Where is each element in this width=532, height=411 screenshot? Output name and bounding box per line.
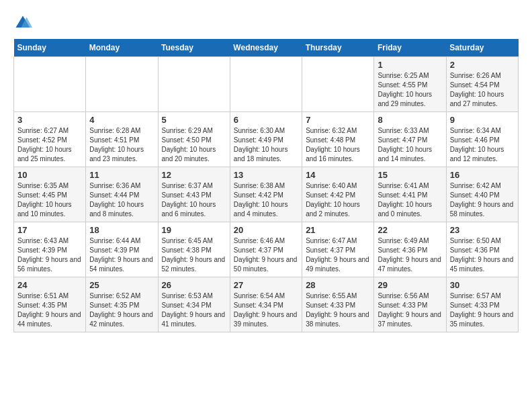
calendar-day-cell: 11Sunrise: 6:36 AM Sunset: 4:44 PM Dayli… bbox=[86, 167, 158, 222]
day-number: 8 bbox=[378, 115, 442, 125]
calendar-day-cell bbox=[158, 57, 230, 112]
calendar-day-cell bbox=[230, 57, 302, 112]
logo-icon bbox=[13, 13, 32, 32]
calendar-day-cell: 8Sunrise: 6:33 AM Sunset: 4:47 PM Daylig… bbox=[374, 112, 446, 167]
calendar-day-cell: 27Sunrise: 6:54 AM Sunset: 4:34 PM Dayli… bbox=[230, 277, 302, 332]
day-info: Sunrise: 6:43 AM Sunset: 4:39 PM Dayligh… bbox=[17, 236, 82, 274]
day-number: 4 bbox=[89, 115, 154, 125]
day-info: Sunrise: 6:50 AM Sunset: 4:36 PM Dayligh… bbox=[450, 236, 515, 274]
day-info: Sunrise: 6:46 AM Sunset: 4:37 PM Dayligh… bbox=[234, 236, 298, 274]
day-info: Sunrise: 6:56 AM Sunset: 4:33 PM Dayligh… bbox=[378, 291, 442, 329]
day-info: Sunrise: 6:35 AM Sunset: 4:45 PM Dayligh… bbox=[17, 181, 82, 219]
day-number: 11 bbox=[89, 170, 154, 180]
calendar-day-cell: 12Sunrise: 6:37 AM Sunset: 4:43 PM Dayli… bbox=[158, 167, 230, 222]
day-info: Sunrise: 6:54 AM Sunset: 4:34 PM Dayligh… bbox=[234, 291, 298, 329]
calendar-week-row: 24Sunrise: 6:51 AM Sunset: 4:35 PM Dayli… bbox=[14, 277, 519, 332]
day-number: 5 bbox=[162, 115, 226, 125]
logo bbox=[13, 13, 34, 32]
day-info: Sunrise: 6:45 AM Sunset: 4:38 PM Dayligh… bbox=[162, 236, 226, 274]
calendar-day-cell: 26Sunrise: 6:53 AM Sunset: 4:34 PM Dayli… bbox=[158, 277, 230, 332]
day-info: Sunrise: 6:36 AM Sunset: 4:44 PM Dayligh… bbox=[89, 181, 154, 219]
day-info: Sunrise: 6:30 AM Sunset: 4:49 PM Dayligh… bbox=[234, 126, 298, 164]
weekday-header: Saturday bbox=[446, 39, 518, 57]
day-number: 18 bbox=[89, 225, 154, 235]
calendar-day-cell: 25Sunrise: 6:52 AM Sunset: 4:35 PM Dayli… bbox=[86, 277, 158, 332]
calendar-day-cell: 15Sunrise: 6:41 AM Sunset: 4:41 PM Dayli… bbox=[374, 167, 446, 222]
day-number: 6 bbox=[234, 115, 298, 125]
calendar-day-cell bbox=[86, 57, 158, 112]
calendar-day-cell: 17Sunrise: 6:43 AM Sunset: 4:39 PM Dayli… bbox=[14, 222, 86, 277]
weekday-header: Tuesday bbox=[158, 39, 230, 57]
day-info: Sunrise: 6:33 AM Sunset: 4:47 PM Dayligh… bbox=[378, 126, 442, 164]
day-info: Sunrise: 6:42 AM Sunset: 4:40 PM Dayligh… bbox=[450, 181, 515, 219]
calendar-day-cell: 23Sunrise: 6:50 AM Sunset: 4:36 PM Dayli… bbox=[446, 222, 518, 277]
day-number: 2 bbox=[450, 60, 515, 70]
calendar-day-cell: 10Sunrise: 6:35 AM Sunset: 4:45 PM Dayli… bbox=[14, 167, 86, 222]
calendar-day-cell: 20Sunrise: 6:46 AM Sunset: 4:37 PM Dayli… bbox=[230, 222, 302, 277]
calendar-day-cell: 13Sunrise: 6:38 AM Sunset: 4:42 PM Dayli… bbox=[230, 167, 302, 222]
calendar-day-cell bbox=[302, 57, 374, 112]
calendar-day-cell: 5Sunrise: 6:29 AM Sunset: 4:50 PM Daylig… bbox=[158, 112, 230, 167]
page-header bbox=[13, 13, 519, 32]
day-number: 10 bbox=[17, 170, 82, 180]
calendar-day-cell: 3Sunrise: 6:27 AM Sunset: 4:52 PM Daylig… bbox=[14, 112, 86, 167]
calendar-day-cell: 2Sunrise: 6:26 AM Sunset: 4:54 PM Daylig… bbox=[446, 57, 518, 112]
day-info: Sunrise: 6:52 AM Sunset: 4:35 PM Dayligh… bbox=[89, 291, 154, 329]
day-info: Sunrise: 6:38 AM Sunset: 4:42 PM Dayligh… bbox=[234, 181, 298, 219]
day-number: 23 bbox=[450, 225, 515, 235]
day-number: 12 bbox=[162, 170, 226, 180]
day-number: 14 bbox=[306, 170, 370, 180]
calendar-day-cell bbox=[14, 57, 86, 112]
calendar-day-cell: 29Sunrise: 6:56 AM Sunset: 4:33 PM Dayli… bbox=[374, 277, 446, 332]
calendar-day-cell: 4Sunrise: 6:28 AM Sunset: 4:51 PM Daylig… bbox=[86, 112, 158, 167]
calendar-week-row: 17Sunrise: 6:43 AM Sunset: 4:39 PM Dayli… bbox=[14, 222, 519, 277]
day-info: Sunrise: 6:41 AM Sunset: 4:41 PM Dayligh… bbox=[378, 181, 442, 219]
day-info: Sunrise: 6:27 AM Sunset: 4:52 PM Dayligh… bbox=[17, 126, 82, 164]
day-info: Sunrise: 6:32 AM Sunset: 4:48 PM Dayligh… bbox=[306, 126, 370, 164]
day-info: Sunrise: 6:49 AM Sunset: 4:36 PM Dayligh… bbox=[378, 236, 442, 274]
calendar-week-row: 3Sunrise: 6:27 AM Sunset: 4:52 PM Daylig… bbox=[14, 112, 519, 167]
day-number: 7 bbox=[306, 115, 370, 125]
calendar-day-cell: 24Sunrise: 6:51 AM Sunset: 4:35 PM Dayli… bbox=[14, 277, 86, 332]
day-number: 21 bbox=[306, 225, 370, 235]
day-info: Sunrise: 6:53 AM Sunset: 4:34 PM Dayligh… bbox=[162, 291, 226, 329]
day-number: 29 bbox=[378, 280, 442, 290]
day-number: 28 bbox=[306, 280, 370, 290]
day-info: Sunrise: 6:57 AM Sunset: 4:33 PM Dayligh… bbox=[450, 291, 515, 329]
day-number: 26 bbox=[162, 280, 226, 290]
day-number: 22 bbox=[378, 225, 442, 235]
day-number: 20 bbox=[234, 225, 298, 235]
weekday-header: Sunday bbox=[14, 39, 86, 57]
calendar-day-cell: 19Sunrise: 6:45 AM Sunset: 4:38 PM Dayli… bbox=[158, 222, 230, 277]
day-number: 24 bbox=[17, 280, 82, 290]
day-number: 15 bbox=[378, 170, 442, 180]
day-number: 27 bbox=[234, 280, 298, 290]
day-info: Sunrise: 6:34 AM Sunset: 4:46 PM Dayligh… bbox=[450, 126, 515, 164]
day-info: Sunrise: 6:47 AM Sunset: 4:37 PM Dayligh… bbox=[306, 236, 370, 274]
day-number: 30 bbox=[450, 280, 515, 290]
day-info: Sunrise: 6:37 AM Sunset: 4:43 PM Dayligh… bbox=[162, 181, 226, 219]
day-info: Sunrise: 6:55 AM Sunset: 4:33 PM Dayligh… bbox=[306, 291, 370, 329]
calendar-table: SundayMondayTuesdayWednesdayThursdayFrid… bbox=[13, 39, 519, 332]
calendar-day-cell: 30Sunrise: 6:57 AM Sunset: 4:33 PM Dayli… bbox=[446, 277, 518, 332]
calendar-day-cell: 16Sunrise: 6:42 AM Sunset: 4:40 PM Dayli… bbox=[446, 167, 518, 222]
day-info: Sunrise: 6:29 AM Sunset: 4:50 PM Dayligh… bbox=[162, 126, 226, 164]
weekday-header: Monday bbox=[86, 39, 158, 57]
calendar-header-row: SundayMondayTuesdayWednesdayThursdayFrid… bbox=[14, 39, 519, 57]
calendar-day-cell: 9Sunrise: 6:34 AM Sunset: 4:46 PM Daylig… bbox=[446, 112, 518, 167]
weekday-header: Wednesday bbox=[230, 39, 302, 57]
day-number: 19 bbox=[162, 225, 226, 235]
day-number: 3 bbox=[17, 115, 82, 125]
weekday-header: Thursday bbox=[302, 39, 374, 57]
day-number: 9 bbox=[450, 115, 515, 125]
day-info: Sunrise: 6:28 AM Sunset: 4:51 PM Dayligh… bbox=[89, 126, 154, 164]
weekday-header: Friday bbox=[374, 39, 446, 57]
calendar-day-cell: 1Sunrise: 6:25 AM Sunset: 4:55 PM Daylig… bbox=[374, 57, 446, 112]
calendar-week-row: 10Sunrise: 6:35 AM Sunset: 4:45 PM Dayli… bbox=[14, 167, 519, 222]
calendar-day-cell: 7Sunrise: 6:32 AM Sunset: 4:48 PM Daylig… bbox=[302, 112, 374, 167]
day-number: 1 bbox=[378, 60, 442, 70]
day-info: Sunrise: 6:25 AM Sunset: 4:55 PM Dayligh… bbox=[378, 71, 442, 109]
day-number: 16 bbox=[450, 170, 515, 180]
day-number: 13 bbox=[234, 170, 298, 180]
day-info: Sunrise: 6:51 AM Sunset: 4:35 PM Dayligh… bbox=[17, 291, 82, 329]
